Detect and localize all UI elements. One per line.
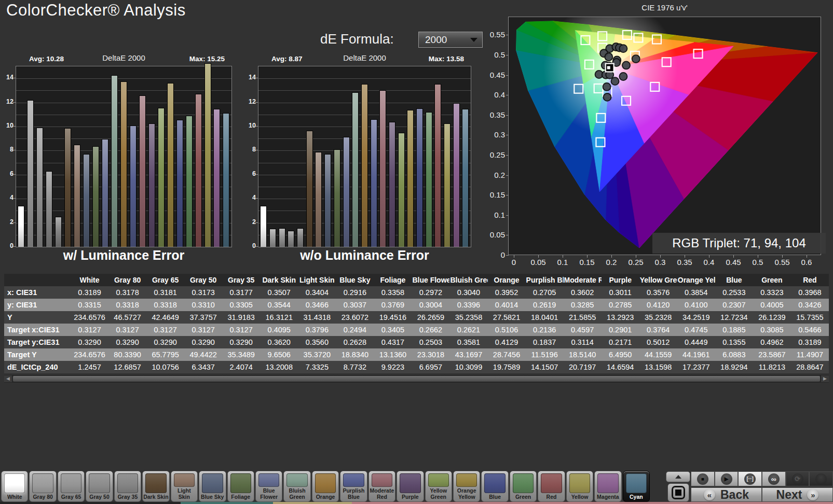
record-button[interactable] <box>809 471 833 486</box>
patch-button-moderate-red[interactable]: Moderate Red <box>368 471 395 502</box>
refresh-button[interactable]: ⟳ <box>786 471 810 486</box>
table-horizontal-scrollbar[interactable]: ◀ ▶ <box>4 375 829 383</box>
patch-button-orange-yellow[interactable]: Orange Yellow <box>453 471 480 502</box>
bar-red <box>434 84 441 247</box>
window-pattern-button[interactable] <box>667 483 689 502</box>
scroll-right-arrow-icon[interactable]: ▶ <box>821 375 829 382</box>
bottom-edge-strip <box>0 502 833 504</box>
patch-button-purple[interactable]: Purple <box>397 471 424 502</box>
yaxis-tick <box>255 174 258 175</box>
column-header-gray-35: Gray 35 <box>222 274 260 286</box>
patch-button-foliage[interactable]: Foliage <box>227 471 254 502</box>
bar-orange <box>361 84 368 247</box>
back-button[interactable]: « Back <box>691 487 762 502</box>
table-cell: 0.4449 <box>677 336 715 348</box>
patch-button-gray-80[interactable]: Gray 80 <box>29 471 56 502</box>
cie-xaxis-tick-label: 0 <box>502 258 525 267</box>
page-title: ColorChecker® Analysis <box>6 1 186 20</box>
rgb-triplet-readout: RGB Triplet: 71, 94, 104 <box>652 233 826 254</box>
patch-button-red[interactable]: Red <box>538 471 565 502</box>
table-cell: 0.3620 <box>260 336 298 348</box>
table-cell: 9.6506 <box>260 348 298 361</box>
column-header-red: Red <box>791 274 829 286</box>
table-cell: 21.5855 <box>564 311 602 324</box>
bar-moderate-red <box>139 95 146 247</box>
table-cell: 0.3318 <box>108 299 146 311</box>
table-cell: 0.3466 <box>298 299 336 311</box>
patch-color <box>117 473 138 493</box>
patch-button-light-skin[interactable]: Light Skin <box>171 471 198 502</box>
table-row: Y234.657646.572742.464937.375731.918316.… <box>4 311 829 324</box>
scrollbar-thumb[interactable] <box>13 376 820 382</box>
table-cell: 31.4318 <box>298 311 336 324</box>
patch-button-white[interactable]: White <box>1 471 28 502</box>
loop-button[interactable]: ∞ <box>762 471 786 486</box>
table-cell: 26.1239 <box>753 311 791 324</box>
cie-yaxis-tick-label: 0.25 <box>484 150 505 159</box>
cie-chromaticity-plot <box>508 17 821 255</box>
panel-collapse-button[interactable] <box>666 471 690 482</box>
table-cell: 0.4120 <box>639 299 677 311</box>
table-cell: 18.8340 <box>336 348 374 361</box>
table-cell: 13.2923 <box>602 311 639 324</box>
table-cell: 42.4649 <box>146 311 184 324</box>
table-cell: 0.4014 <box>488 299 526 311</box>
patch-color <box>230 473 251 493</box>
cie-xaxis-tick <box>758 255 758 258</box>
table-cell: 11.8213 <box>753 361 791 373</box>
patch-button-purplish-blue[interactable]: Purplish Blue <box>340 471 367 502</box>
patch-button-gray-35[interactable]: Gray 35 <box>114 471 141 502</box>
bar-yellow-green <box>398 133 405 247</box>
colorchecker-data-table: WhiteGray 80Gray 65Gray 50Gray 35Dark Sk… <box>4 274 829 373</box>
cie-yaxis-tick <box>506 115 509 116</box>
patch-button-dark-skin[interactable]: Dark Skin <box>142 471 169 502</box>
column-header-blue-flower: Blue Flower <box>412 274 449 286</box>
table-cell: 35.2358 <box>449 311 487 324</box>
table-cell: 12.7234 <box>715 311 753 324</box>
yaxis-tick <box>13 102 16 103</box>
patch-button-gray-65[interactable]: Gray 65 <box>58 471 85 502</box>
play-button[interactable]: ▶ <box>715 471 739 486</box>
patch-button-blue-sky[interactable]: Blue Sky <box>199 471 226 502</box>
table-cell: 0.3405 <box>374 324 412 336</box>
cie-xaxis-tick <box>807 255 807 258</box>
table-cell: 31.9183 <box>222 311 260 324</box>
patch-button-cyan[interactable]: Cyan <box>623 471 650 502</box>
patch-button-magenta[interactable]: Magenta <box>594 471 621 502</box>
table-cell: 15.7355 <box>791 311 829 324</box>
table-cell: 0.3181 <box>146 286 184 299</box>
patch-button-blue[interactable]: Blue <box>481 471 508 502</box>
patch-button-gray-50[interactable]: Gray 50 <box>86 471 113 502</box>
table-cell: 27.5821 <box>488 311 526 324</box>
patch-button-blue-flower[interactable]: Blue Flower <box>255 471 282 502</box>
patch-color <box>32 473 53 493</box>
patch-button-bluish-green[interactable]: Bluish Green <box>283 471 310 502</box>
table-cell: 14.6594 <box>602 361 639 373</box>
table-cell: 0.2621 <box>449 324 487 336</box>
patch-button-yellow[interactable]: Yellow <box>566 471 593 502</box>
stop-button[interactable]: ■ <box>691 471 715 486</box>
patch-button-yellow-green[interactable]: Yellow Green <box>425 471 452 502</box>
patch-button-orange[interactable]: Orange <box>312 471 339 502</box>
patch-button-green[interactable]: Green <box>510 471 537 502</box>
scroll-left-arrow-icon[interactable]: ◀ <box>4 375 12 382</box>
table-cell: 19.4516 <box>374 311 412 324</box>
bar-orange-yellow <box>407 110 414 247</box>
table-cell: 0.3769 <box>374 299 412 311</box>
table-cell: 0.3178 <box>108 286 146 299</box>
table-cell: 0.3127 <box>184 324 222 336</box>
cie-xaxis-tick <box>782 255 783 258</box>
single-step-button[interactable]: [··] <box>738 471 762 486</box>
cie-yaxis-tick <box>506 75 509 76</box>
table-cell: 0.5012 <box>639 336 677 348</box>
table-cell: 234.6576 <box>71 311 108 324</box>
patch-label: Red <box>538 494 564 502</box>
patch-color <box>626 473 647 493</box>
next-button[interactable]: Next » <box>762 487 833 502</box>
table-row: x: CIE310.31890.31780.31810.31730.31770.… <box>4 286 829 299</box>
yaxis-tick-label: 6 <box>0 170 13 177</box>
table-corner-cell <box>4 274 71 286</box>
table-cell: 17.2377 <box>677 361 715 373</box>
yaxis-tick-label: 6 <box>242 170 256 177</box>
de-formula-dropdown[interactable]: 2000 <box>418 32 483 48</box>
